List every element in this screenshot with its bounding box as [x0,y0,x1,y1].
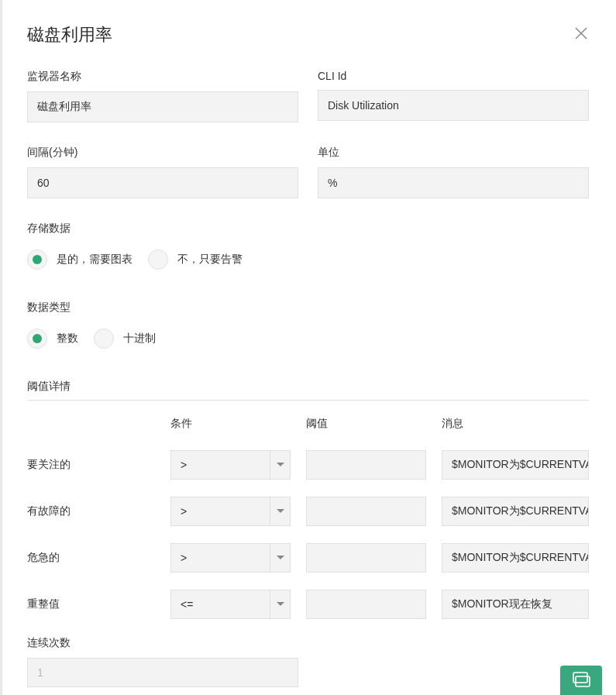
chevron-down-icon [270,590,290,618]
threshold-attention-label: 要关注的 [27,458,170,472]
threshold-header-condition: 条件 [170,417,192,429]
threshold-header-message: 消息 [442,417,463,429]
select-value: > [171,505,270,518]
data-type-decimal-label: 十进制 [123,332,156,346]
chat-widget-button[interactable] [560,666,602,695]
unit-value: % [328,177,337,189]
store-data-label: 存储数据 [27,222,589,236]
msg-text: $MONITOR为$CURRENTVALUE [452,551,589,565]
modal-container: 磁盘利用率 监视器名称 磁盘利用率 CLI Id Disk Utilizatio… [0,0,616,695]
threshold-row-critical: 危急的 > $MONITOR为$CURRENTVALUE [27,543,589,573]
interval-input[interactable]: 60 [27,167,298,198]
radio-icon [27,329,47,349]
select-value: > [171,459,270,471]
msg-text: $MONITOR为$CURRENTVALUE [452,504,589,518]
threshold-attention-condition-select[interactable]: > [170,450,291,480]
threshold-header-value: 阈值 [306,417,328,429]
threshold-rearm-condition-select[interactable]: <= [170,590,291,619]
threshold-header-row: 条件 阈值 消息 [27,416,589,431]
modal-header: 磁盘利用率 [27,23,589,46]
col-monitor-name: 监视器名称 磁盘利用率 [27,70,298,122]
threshold-critical-label: 危急的 [27,551,170,565]
data-type-option-integer[interactable]: 整数 [27,329,78,349]
radio-icon [148,249,168,270]
data-type-option-decimal[interactable]: 十进制 [94,329,156,349]
threshold-critical-message-input[interactable]: $MONITOR为$CURRENTVALUE [442,543,589,573]
consecutive-value: 1 [37,666,43,679]
chat-icon [571,672,591,689]
store-data-no-label: 不，只要告警 [177,253,243,267]
threshold-rearm-label: 重整值 [27,597,170,611]
cli-id-input[interactable]: Disk Utilization [318,90,589,121]
col-cli-id: CLI Id Disk Utilization [318,70,589,122]
close-icon [574,26,588,40]
monitor-name-input[interactable]: 磁盘利用率 [27,91,298,122]
threshold-trouble-message-input[interactable]: $MONITOR为$CURRENTVALUE [442,497,589,526]
threshold-attention-message-input[interactable]: $MONITOR为$CURRENTVALUE [442,450,589,480]
cli-id-value: Disk Utilization [328,99,399,112]
store-data-radio-group: 是的，需要图表 不，只要告警 [27,249,589,270]
unit-label: 单位 [318,146,589,160]
cli-id-label: CLI Id [318,70,589,82]
interval-label: 间隔(分钟) [27,146,298,160]
interval-value: 60 [37,177,50,189]
threshold-trouble-value-input[interactable] [306,497,426,526]
store-data-yes-label: 是的，需要图表 [57,253,132,267]
radio-icon [27,249,47,270]
threshold-critical-condition-select[interactable]: > [170,543,291,573]
select-value: <= [171,598,270,611]
consecutive-input[interactable]: 1 [27,658,298,687]
threshold-row-rearm: 重整值 <= $MONITOR现在恢复 [27,590,589,619]
consecutive-label: 连续次数 [27,636,589,650]
data-type-radio-group: 整数 十进制 [27,329,589,349]
monitor-name-value: 磁盘利用率 [37,100,91,114]
threshold-trouble-label: 有故障的 [27,504,170,518]
row-name-cli: 监视器名称 磁盘利用率 CLI Id Disk Utilization [27,70,589,122]
threshold-attention-value-input[interactable] [306,450,426,480]
select-value: > [171,552,270,564]
data-type-label: 数据类型 [27,301,589,315]
radio-icon [94,329,114,349]
threshold-row-trouble: 有故障的 > $MONITOR为$CURRENTVALUE [27,497,589,526]
threshold-rearm-message-input[interactable]: $MONITOR现在恢复 [442,590,589,619]
col-unit: 单位 % [318,146,589,198]
threshold-rearm-value-input[interactable] [306,590,426,619]
threshold-section: 阈值详情 条件 阈值 消息 要关注的 > $MONITOR为$CURRENTVA… [27,380,589,687]
chevron-down-icon [270,544,290,572]
chevron-down-icon [270,451,290,479]
row-interval-unit: 间隔(分钟) 60 单位 % [27,146,589,198]
threshold-critical-value-input[interactable] [306,543,426,573]
modal-title: 磁盘利用率 [27,23,112,46]
store-data-option-no[interactable]: 不，只要告警 [148,249,243,270]
store-data-option-yes[interactable]: 是的，需要图表 [27,249,132,270]
unit-input[interactable]: % [318,167,589,198]
msg-text: $MONITOR现在恢复 [452,597,552,611]
col-interval: 间隔(分钟) 60 [27,146,298,198]
threshold-trouble-condition-select[interactable]: > [170,497,291,526]
chevron-down-icon [270,497,290,525]
threshold-title: 阈值详情 [27,380,589,401]
msg-text: $MONITOR为$CURRENTVALUE [452,458,589,472]
monitor-name-label: 监视器名称 [27,70,298,84]
close-button[interactable] [573,26,589,41]
threshold-row-attention: 要关注的 > $MONITOR为$CURRENTVALUE [27,450,589,480]
data-type-integer-label: 整数 [57,332,78,346]
